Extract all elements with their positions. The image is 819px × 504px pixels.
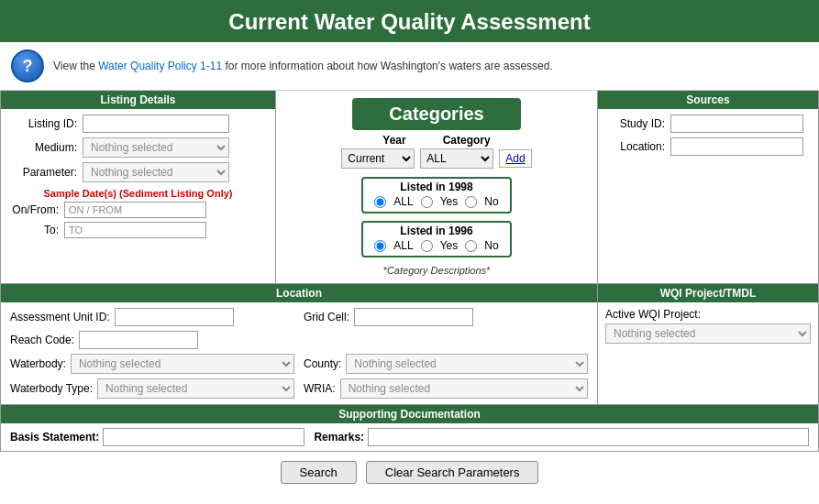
listing-id-input[interactable] — [83, 115, 229, 133]
county-label: County: — [304, 357, 341, 370]
wqi-header: WQI Project/TMDL — [598, 284, 818, 302]
location-panel: Location Assessment Unit ID: Grid Cell: … — [1, 284, 598, 404]
au-id-input[interactable] — [115, 308, 234, 326]
wria-select[interactable]: Nothing selected — [340, 378, 588, 399]
category-col-header: Category — [443, 134, 491, 147]
location-label: Location: — [605, 140, 665, 153]
year-col-header: Year — [382, 134, 405, 147]
supporting-header: Supporting Documentation — [1, 405, 818, 423]
clear-search-button[interactable]: Clear Search Parameters — [366, 461, 539, 484]
location-row: Location Assessment Unit ID: Grid Cell: … — [0, 284, 819, 405]
add-category-button[interactable]: Add — [499, 149, 531, 168]
cat-table-header: Year Category — [382, 134, 490, 147]
wria-row: WRIA: Nothing selected — [304, 378, 588, 399]
search-button[interactable]: Search — [281, 461, 357, 484]
listed-1998-no-label: No — [484, 195, 498, 208]
category-descriptions: *Category Descriptions* — [383, 265, 491, 276]
medium-row: Medium: Nothing selected — [8, 137, 268, 158]
waterbody-type-select[interactable]: Nothing selected — [97, 378, 294, 399]
to-input[interactable] — [64, 222, 206, 238]
grid-cell-input[interactable] — [354, 308, 473, 326]
wqi-panel: WQI Project/TMDL Active WQI Project: Not… — [598, 284, 818, 404]
au-id-label: Assessment Unit ID: — [10, 311, 110, 323]
info-icon: ? — [11, 49, 44, 82]
to-row: To: — [8, 222, 268, 238]
main-content: Listing Details Listing ID: Medium: Noth… — [0, 91, 819, 493]
county-select[interactable]: Nothing selected — [346, 354, 588, 374]
parameter-label: Parameter: — [8, 166, 77, 179]
listed-1996-title: Listed in 1996 — [396, 225, 476, 237]
waterbody-label: Waterbody: — [10, 357, 66, 370]
categories-panel: Categories Year Category Current ALL Add… — [276, 91, 598, 283]
page-title: Current Water Quality Assessment — [0, 9, 819, 35]
listed-1998-box: Listed in 1998 ALL Yes No — [361, 177, 511, 214]
policy-link[interactable]: Water Quality Policy 1-11 — [98, 60, 222, 72]
grid-cell-label: Grid Cell: — [304, 311, 349, 323]
listed-1998-all-label: ALL — [393, 195, 413, 208]
grid-cell-row: Grid Cell: — [304, 308, 588, 326]
waterbody-row: Waterbody: Nothing selected — [10, 354, 294, 374]
study-id-label: Study ID: — [605, 117, 665, 130]
sources-body: Study ID: Location: — [598, 109, 818, 166]
listed-1996-all-label: ALL — [393, 239, 413, 252]
listed-1998-yes-radio[interactable] — [421, 196, 433, 208]
listed-1998-title: Listed in 1998 — [396, 181, 476, 193]
waterbody-type-label: Waterbody Type: — [10, 382, 93, 395]
location-header: Location — [1, 284, 597, 302]
year-select[interactable]: Current — [341, 148, 415, 169]
medium-label: Medium: — [8, 141, 77, 154]
au-id-row: Assessment Unit ID: — [10, 308, 294, 326]
listed-1998-radios: ALL Yes No — [374, 195, 498, 208]
cat-selection-row: Current ALL Add — [341, 148, 531, 169]
reach-code-row: Reach Code: — [10, 331, 294, 349]
categories-title: Categories — [352, 98, 520, 130]
page-header: Current Water Quality Assessment — [0, 0, 819, 42]
parameter-select[interactable]: Nothing selected — [83, 162, 229, 182]
county-row: County: Nothing selected — [304, 354, 588, 374]
on-from-input[interactable] — [64, 202, 206, 218]
listed-1996-no-radio[interactable] — [465, 240, 477, 252]
listed-1996-yes-label: Yes — [440, 239, 459, 252]
basis-statement-item: Basis Statement: — [10, 428, 304, 446]
location-row-src: Location: — [605, 137, 811, 156]
listed-1998-all-radio[interactable] — [374, 196, 386, 208]
listing-details-header: Listing Details — [1, 91, 275, 109]
listed-1998-yes-label: Yes — [440, 195, 459, 208]
supporting-body: Basis Statement: Remarks: — [1, 423, 818, 451]
medium-select[interactable]: Nothing selected — [83, 137, 229, 158]
location-body: Assessment Unit ID: Grid Cell: Reach Cod… — [1, 302, 597, 404]
listing-id-label: Listing ID: — [8, 117, 77, 130]
listing-details-body: Listing ID: Medium: Nothing selected Par… — [1, 109, 275, 247]
info-text: View the Water Quality Policy 1-11 for m… — [53, 60, 553, 72]
active-wqi-select[interactable]: Nothing selected — [605, 323, 811, 344]
listing-details-panel: Listing Details Listing ID: Medium: Noth… — [1, 91, 276, 283]
listed-1996-no-label: No — [484, 239, 498, 252]
button-row: Search Clear Search Parameters — [0, 452, 819, 493]
basis-statement-label: Basis Statement: — [10, 431, 99, 444]
to-label: To: — [8, 224, 59, 236]
study-id-row: Study ID: — [605, 115, 811, 133]
wqi-body: Active WQI Project: Nothing selected — [598, 302, 818, 349]
remarks-input[interactable] — [368, 428, 809, 446]
study-id-input[interactable] — [670, 115, 803, 133]
location-input[interactable] — [670, 137, 803, 156]
basis-statement-input[interactable] — [103, 428, 304, 446]
waterbody-select[interactable]: Nothing selected — [71, 354, 294, 374]
active-wqi-label: Active WQI Project: — [605, 308, 811, 321]
listing-id-row: Listing ID: — [8, 115, 268, 133]
listed-1998-no-radio[interactable] — [465, 196, 477, 208]
sources-panel: Sources Study ID: Location: — [598, 91, 818, 283]
parameter-row: Parameter: Nothing selected — [8, 162, 268, 182]
sample-dates-label: Sample Date(s) (Sediment Listing Only) — [8, 188, 268, 199]
listed-1996-all-radio[interactable] — [374, 240, 386, 252]
listed-1996-box: Listed in 1996 ALL Yes No — [361, 221, 511, 257]
sources-header: Sources — [598, 91, 818, 109]
on-from-row: On/From: — [8, 202, 268, 218]
reach-code-input[interactable] — [79, 331, 198, 349]
reach-code-label: Reach Code: — [10, 334, 74, 346]
wria-label: WRIA: — [304, 382, 336, 395]
top-row: Listing Details Listing ID: Medium: Noth… — [0, 91, 819, 284]
category-select[interactable]: ALL — [420, 148, 493, 169]
listed-1996-yes-radio[interactable] — [421, 240, 433, 252]
remarks-item: Remarks: — [314, 428, 809, 446]
